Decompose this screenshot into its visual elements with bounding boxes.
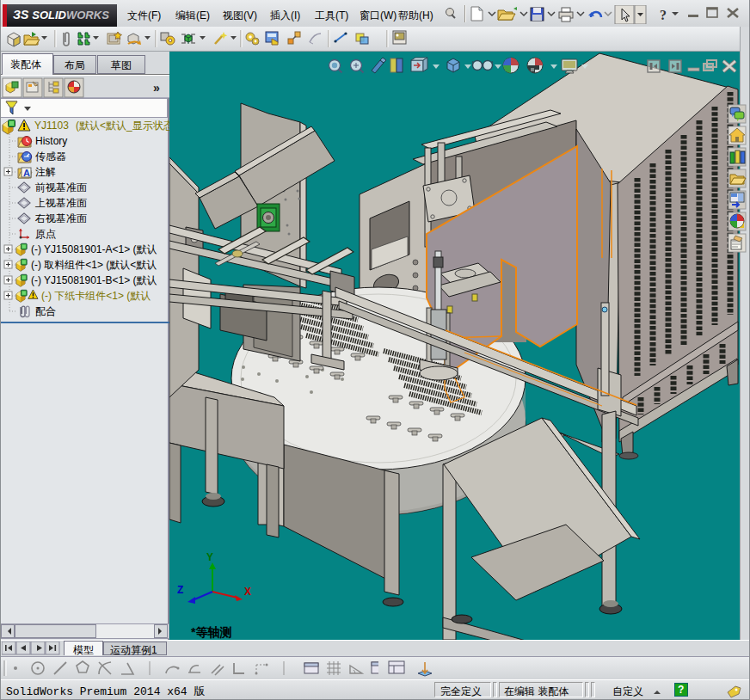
svg-text:右视基准面: 右视基准面 — [34, 212, 87, 224]
svg-text:»: » — [153, 81, 160, 95]
svg-text:(默认<默认_显示状态: (默认<默认_显示状态 — [76, 120, 169, 132]
svg-text:注解: 注解 — [35, 166, 56, 178]
svg-text:传感器: 传感器 — [35, 150, 66, 163]
svg-text:(-) 取料组件<1> (默认<默认: (-) 取料组件<1> (默认<默认 — [31, 259, 157, 271]
svg-text:原点: 原点 — [35, 228, 56, 240]
svg-text:YJ1103: YJ1103 — [34, 120, 69, 132]
svg-text:History: History — [35, 135, 67, 147]
svg-text:配合: 配合 — [35, 305, 56, 317]
svg-text:上视基准面: 上视基准面 — [35, 197, 87, 209]
svg-text:X: X — [244, 586, 251, 598]
svg-text:(-) YJ15081901-B<1> (默认: (-) YJ15081901-B<1> (默认 — [31, 274, 157, 286]
svg-text:(-) 下纸卡组件<1> (默认: (-) 下纸卡组件<1> (默认 — [41, 290, 151, 302]
svg-text:A: A — [23, 168, 30, 178]
svg-text:前视基准面: 前视基准面 — [35, 181, 87, 193]
svg-text:(-) YJ15081901-A<1> (默认: (-) YJ15081901-A<1> (默认 — [31, 243, 157, 255]
svg-text:Z: Z — [177, 584, 183, 596]
svg-text:Y: Y — [206, 551, 213, 563]
svg-text:?: ? — [660, 8, 667, 22]
svg-text:*等轴测: *等轴测 — [191, 625, 231, 639]
